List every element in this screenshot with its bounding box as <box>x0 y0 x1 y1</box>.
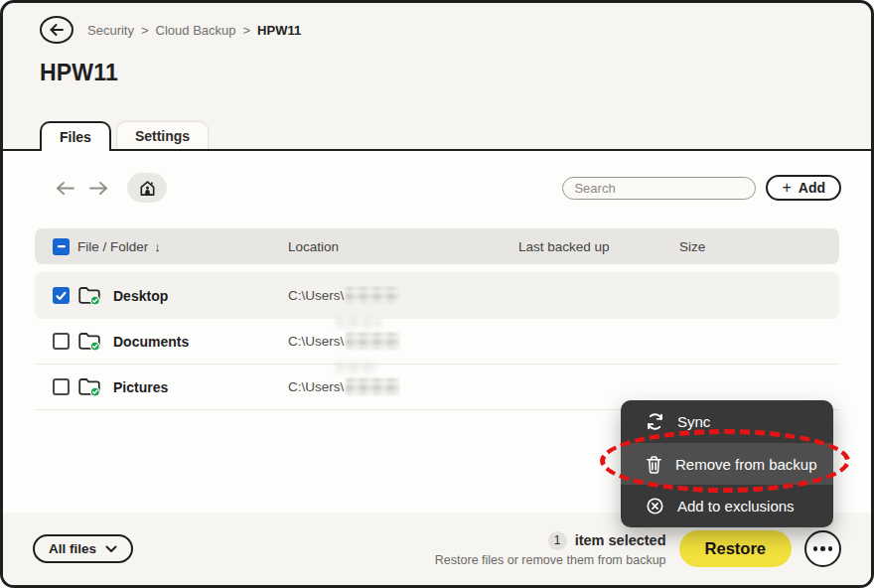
selection-summary: 1 item selected Restore files or remove … <box>435 531 666 567</box>
breadcrumb-separator: > <box>141 23 149 38</box>
censored-username <box>346 378 399 395</box>
folder-backed-up-icon <box>77 285 101 306</box>
ellipsis-icon <box>813 546 833 551</box>
breadcrumb-trail: Security > Cloud Backup > HPW11 <box>87 23 301 38</box>
folder-backed-up-icon <box>77 331 101 352</box>
trash-icon <box>646 455 662 474</box>
plus-icon: + <box>782 180 791 196</box>
nav-back-button[interactable] <box>55 181 75 196</box>
file-name: Documents <box>113 334 189 350</box>
row-checkbox[interactable] <box>53 333 70 350</box>
file-location: C:\Users\ <box>288 334 344 349</box>
arrow-left-icon <box>55 181 75 196</box>
backup-home-button[interactable] <box>127 173 167 203</box>
breadcrumb-item-security[interactable]: Security <box>87 23 134 38</box>
table-rows: Desktop C:\Users\ <box>35 272 839 410</box>
arrow-right-icon <box>88 181 109 196</box>
tab-files[interactable]: Files <box>40 121 111 151</box>
column-header-last-backed-up[interactable]: Last backed up <box>518 239 679 254</box>
back-button[interactable] <box>40 16 73 44</box>
back-arrow-icon <box>49 23 65 37</box>
folder-backed-up-icon <box>77 376 101 397</box>
file-location: C:\Users\ <box>288 288 344 303</box>
censored-username <box>346 333 399 350</box>
cloud-backup-window: Security > Cloud Backup > HPW11 HPW11 Fi… <box>0 0 874 588</box>
add-button[interactable]: + Add <box>766 175 841 201</box>
selected-count-badge: 1 <box>548 531 567 550</box>
table-row-desktop[interactable]: Desktop C:\Users\ <box>35 272 839 319</box>
censored-smudge <box>336 315 381 330</box>
censored-username <box>346 287 399 304</box>
menu-item-add-to-exclusions[interactable]: Add to exclusions <box>621 485 833 527</box>
row-checkbox[interactable] <box>53 287 70 304</box>
row-context-menu: Sync Remove from backup Add to exclusi <box>621 400 833 527</box>
sync-icon <box>646 412 664 431</box>
breadcrumb: Security > Cloud Backup > HPW11 <box>40 15 871 45</box>
select-all-checkbox[interactable] <box>53 238 70 255</box>
file-filter-dropdown[interactable]: All files <box>33 534 133 563</box>
add-button-label: Add <box>799 180 825 196</box>
backup-files-table: File / Folder↓ Location Last backed up S… <box>35 228 839 410</box>
menu-item-remove-from-backup[interactable]: Remove from backup <box>621 443 833 486</box>
menu-item-label: Add to exclusions <box>677 498 795 514</box>
breadcrumb-separator: > <box>243 23 251 38</box>
column-header-location[interactable]: Location <box>288 239 518 254</box>
restore-button[interactable]: Restore <box>679 530 792 567</box>
tab-settings[interactable]: Settings <box>116 121 209 149</box>
column-header-size[interactable]: Size <box>679 239 839 254</box>
breadcrumb-item-cloud-backup[interactable]: Cloud Backup <box>156 23 236 38</box>
more-options-button[interactable] <box>804 530 841 567</box>
toolbar: + Add <box>33 173 841 203</box>
sort-descending-icon: ↓ <box>154 239 161 254</box>
tab-bar: Files Settings <box>40 121 209 151</box>
page-title: HPW11 <box>40 60 871 86</box>
censored-smudge <box>336 360 377 374</box>
selected-text: item selected <box>575 532 666 548</box>
chevron-down-icon <box>105 545 117 553</box>
table-row-documents[interactable]: Documents C:\Users\ <box>35 319 839 365</box>
row-checkbox[interactable] <box>53 378 70 395</box>
file-name: Pictures <box>113 379 168 395</box>
file-location: C:\Users\ <box>288 379 344 394</box>
filter-label: All files <box>49 541 96 556</box>
column-header-name[interactable]: File / Folder↓ <box>77 239 288 254</box>
nav-forward-button[interactable] <box>88 181 109 196</box>
table-header-row: File / Folder↓ Location Last backed up S… <box>35 228 839 264</box>
menu-item-label: Remove from backup <box>675 456 817 473</box>
home-icon <box>138 179 157 198</box>
search-input[interactable] <box>562 177 756 200</box>
breadcrumb-item-current: HPW11 <box>257 23 301 38</box>
menu-item-sync[interactable]: Sync <box>621 400 833 443</box>
exclude-circle-icon <box>646 497 664 515</box>
menu-item-label: Sync <box>677 413 710 430</box>
file-name: Desktop <box>113 288 168 304</box>
selection-hint: Restore files or remove them from backup <box>435 553 666 567</box>
